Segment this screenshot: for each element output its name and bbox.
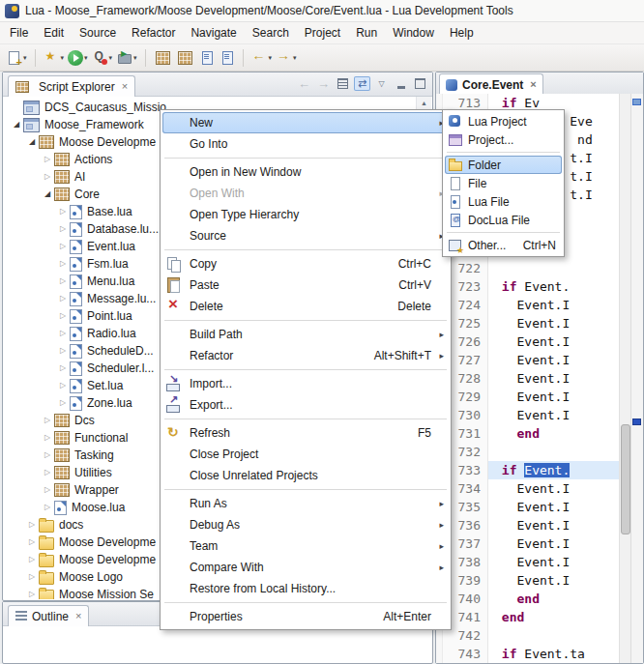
menubar-edit[interactable]: Edit <box>36 23 72 43</box>
tree-expanded-icon[interactable]: ◢ <box>25 133 39 151</box>
context-menu-close-project[interactable]: Close Project <box>162 444 449 465</box>
back-arrow-icon[interactable] <box>296 76 312 91</box>
code-line-735[interactable]: 735 Event.I <box>436 498 643 516</box>
external-tools-button[interactable]: ▾ <box>114 48 139 67</box>
context-menu-open-in-new-window[interactable]: Open in New Window <box>162 161 449 183</box>
code-line-732[interactable]: 732 <box>436 443 643 461</box>
tree-collapsed-icon[interactable]: ▷ <box>41 429 54 447</box>
code-line-737[interactable]: 737 Event.I <box>436 534 643 553</box>
scrollbar-thumb[interactable] <box>621 424 630 534</box>
submenu-file[interactable]: File <box>445 174 562 192</box>
minimize-icon[interactable] <box>393 76 409 91</box>
coverage-button[interactable]: ▾ <box>90 48 115 67</box>
tree-collapsed-icon[interactable]: ▷ <box>56 307 70 325</box>
code-line-741[interactable]: 741 end <box>436 608 643 626</box>
submenu-lua-project[interactable]: Lua Project <box>445 112 562 130</box>
code-line-734[interactable]: 734 Event.I <box>436 479 643 498</box>
context-menu-build-path[interactable]: Build Path▸ <box>162 324 449 345</box>
link-with-editor-icon[interactable] <box>354 76 370 91</box>
context-menu-team[interactable]: Team▸ <box>162 535 449 557</box>
tree-collapsed-icon[interactable]: ▷ <box>25 534 39 551</box>
submenu-other[interactable]: Other...Ctrl+N <box>445 236 562 254</box>
menubar-project[interactable]: Project <box>297 23 348 43</box>
submenu-lua-file[interactable]: Lua File <box>445 192 562 211</box>
scroll-up-icon[interactable]: ▲ <box>417 100 431 106</box>
submenu-folder[interactable]: Folder <box>445 156 562 174</box>
forward-button[interactable]: ▾ <box>274 48 299 67</box>
tree-collapsed-icon[interactable]: ▷ <box>25 551 39 568</box>
new-button[interactable]: ▾ <box>4 48 29 67</box>
tree-collapsed-icon[interactable]: ▷ <box>56 394 70 412</box>
tree-collapsed-icon[interactable]: ▷ <box>25 516 39 534</box>
lua-doc-2-button[interactable] <box>217 48 237 67</box>
menubar-window[interactable]: Window <box>385 23 442 43</box>
close-icon[interactable]: × <box>530 79 536 90</box>
code-line-742[interactable]: 742 <box>436 626 643 645</box>
menubar-help[interactable]: Help <box>442 23 482 43</box>
submenu-project[interactable]: Project... <box>445 130 562 149</box>
tree-collapsed-icon[interactable]: ▷ <box>56 360 70 377</box>
context-menu-run-as[interactable]: Run As▸ <box>162 493 449 514</box>
annotation-marker[interactable] <box>632 99 641 105</box>
tree-collapsed-icon[interactable]: ▷ <box>56 220 70 238</box>
tree-collapsed-icon[interactable]: ▷ <box>25 586 39 599</box>
code-line-736[interactable]: 736 Event.I <box>436 516 643 534</box>
code-line-726[interactable]: 726 Event.I <box>436 332 643 351</box>
code-line-725[interactable]: 725 Event.I <box>436 314 643 332</box>
tree-collapsed-icon[interactable]: ▷ <box>56 203 70 220</box>
code-line-724[interactable]: 724 Event.I <box>436 296 643 314</box>
code-line-739[interactable]: 739 Event.I <box>436 571 643 590</box>
context-menu-paste[interactable]: PasteCtrl+V <box>162 274 449 296</box>
run-button[interactable]: ▾ <box>66 49 90 67</box>
tree-collapsed-icon[interactable]: ▷ <box>41 499 54 516</box>
context-menu-open-type-hierarchy[interactable]: Open Type Hierarchy <box>162 204 449 225</box>
tab-core-event[interactable]: Core.Event × <box>439 73 543 95</box>
context-menu-restore-from-local-history[interactable]: Restore from Local History... <box>162 578 449 599</box>
tree-collapsed-icon[interactable]: ▷ <box>56 342 70 360</box>
tree-collapsed-icon[interactable]: ▷ <box>41 168 54 186</box>
code-line-722[interactable]: 722 <box>436 259 643 277</box>
context-menu-delete[interactable]: DeleteDelete <box>162 296 449 317</box>
tree-collapsed-icon[interactable]: ▷ <box>56 255 70 273</box>
back-button[interactable]: ▾ <box>249 48 275 67</box>
context-menu-debug-as[interactable]: Debug As▸ <box>162 514 449 535</box>
menubar-search[interactable]: Search <box>245 23 297 43</box>
tree-collapsed-icon[interactable]: ▷ <box>41 151 54 168</box>
context-menu-go-into[interactable]: Go Into <box>162 133 449 155</box>
view-menu-icon[interactable] <box>373 76 390 91</box>
table-view-button[interactable] <box>152 48 174 68</box>
tree-collapsed-icon[interactable]: ▷ <box>41 412 54 429</box>
tree-expanded-icon[interactable]: ◢ <box>10 116 23 133</box>
lua-doc-button[interactable] <box>196 48 217 67</box>
menubar-refactor[interactable]: Refactor <box>124 23 183 43</box>
collapse-all-icon[interactable] <box>335 76 351 91</box>
annotation-marker[interactable] <box>632 419 641 425</box>
code-line-733[interactable]: 733 if Event. <box>436 461 643 479</box>
code-line-729[interactable]: 729 Event.I <box>436 388 643 406</box>
context-menu-import[interactable]: Import... <box>162 373 449 394</box>
submenu-doclua-file[interactable]: DocLua File <box>445 211 562 229</box>
context-menu-new[interactable]: New▸ <box>162 112 449 133</box>
code-line-730[interactable]: 730 Event.I <box>436 406 643 424</box>
context-menu-compare-with[interactable]: Compare With▸ <box>162 557 449 578</box>
tree-collapsed-icon[interactable]: ▷ <box>56 325 70 342</box>
context-menu-properties[interactable]: PropertiesAlt+Enter <box>162 606 449 627</box>
maximize-icon[interactable] <box>412 76 428 91</box>
tree-collapsed-icon[interactable]: ▷ <box>41 447 54 464</box>
code-line-727[interactable]: 727 Event.I <box>436 351 643 369</box>
context-menu-source[interactable]: Source▸ <box>162 225 449 246</box>
tree-collapsed-icon[interactable]: ▷ <box>56 238 70 255</box>
context-menu-close-unrelated-projects[interactable]: Close Unrelated Projects <box>162 465 449 486</box>
tree-collapsed-icon[interactable]: ▷ <box>41 464 54 481</box>
close-icon[interactable]: × <box>122 81 128 92</box>
context-menu-export[interactable]: Export... <box>162 394 449 416</box>
code-line-743[interactable]: 743 if Event.ta <box>436 645 643 663</box>
forward-arrow-icon[interactable] <box>315 76 332 91</box>
table-view-2-button[interactable] <box>174 48 196 68</box>
menubar-source[interactable]: Source <box>72 23 124 43</box>
context-menu-copy[interactable]: CopyCtrl+C <box>162 253 449 274</box>
tree-collapsed-icon[interactable]: ▷ <box>56 377 70 394</box>
tab-outline[interactable]: Outline × <box>8 605 89 626</box>
code-line-723[interactable]: 723 if Event. <box>436 277 643 296</box>
menubar-file[interactable]: File <box>2 23 36 43</box>
